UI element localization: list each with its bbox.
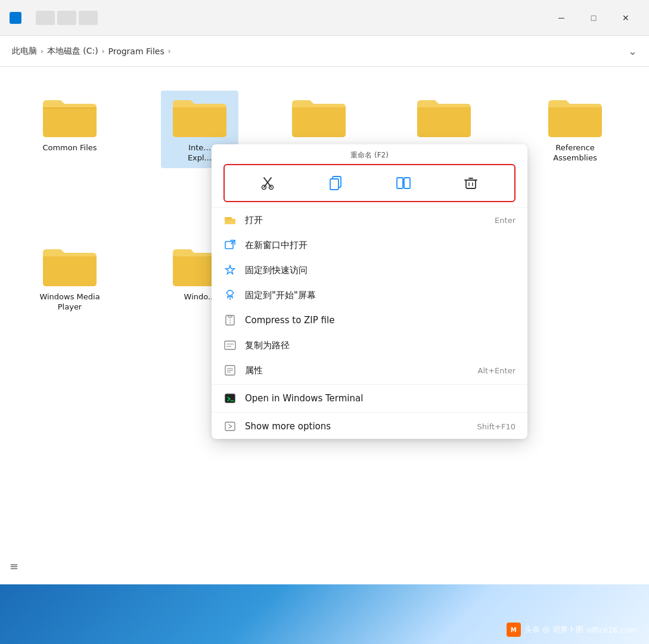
pin-star-icon	[223, 264, 237, 277]
folder-icon-reference-assemblies	[548, 95, 602, 138]
separator-1	[212, 384, 527, 385]
svg-rect-23	[225, 341, 235, 349]
quick-actions-bar	[223, 164, 516, 202]
address-bar: 此电脑 › 本地磁盘 (C:) › Program Files › ⌄	[0, 36, 649, 67]
open-label: 打开	[245, 215, 486, 226]
watermark-text-2: office26.com	[587, 626, 637, 634]
breadcrumb-sep-1: ›	[41, 47, 44, 55]
folder-4[interactable]	[405, 91, 483, 143]
folder-reference-assemblies[interactable]: ReferenceAssemblies	[536, 91, 614, 168]
file-area: Common Files Inte...Expl... ReferenceAss…	[0, 67, 649, 584]
open-folder-icon	[223, 213, 237, 227]
more-options-icon	[223, 420, 237, 433]
context-menu-item-open-terminal[interactable]: Open in Windows Terminal	[212, 386, 527, 411]
context-menu: 重命名 (F2)	[212, 144, 527, 439]
folder-icon-windows-media-player	[43, 244, 97, 287]
breadcrumb-this-pc[interactable]: 此电脑	[12, 46, 37, 57]
scroll-indicator: ≡	[10, 560, 18, 572]
context-menu-item-compress-zip[interactable]: Compress to ZIP file	[212, 308, 527, 333]
breadcrumb-local-disk[interactable]: 本地磁盘 (C:)	[47, 46, 98, 57]
svg-rect-17	[225, 242, 233, 249]
nav-back[interactable]	[36, 11, 55, 25]
context-menu-item-open[interactable]: 打开 Enter	[212, 208, 527, 233]
title-bar: ─ □ ✕	[0, 0, 649, 36]
copy-path-label: 复制为路径	[245, 340, 516, 351]
folder-label-common-files: Common Files	[42, 143, 97, 153]
folder-icon-internet-explorer	[173, 95, 226, 138]
rename-hint: 重命名 (F2)	[221, 150, 518, 160]
watermark-text-1: 头条 @ 胡萝卜圈	[524, 624, 583, 635]
maximize-button[interactable]: □	[580, 8, 607, 27]
quick-copy-button[interactable]	[322, 170, 349, 196]
folder-icon-3	[292, 95, 346, 138]
breadcrumb[interactable]: 此电脑 › 本地磁盘 (C:) › Program Files ›	[12, 46, 623, 57]
quick-cut-button[interactable]	[255, 170, 281, 196]
taskbar-watermark: M 头条 @ 胡萝卜圈 office26.com	[507, 623, 637, 637]
svg-rect-5	[330, 179, 339, 190]
window-controls: ─ □ ✕	[548, 8, 639, 27]
nav-forward[interactable]	[57, 11, 76, 25]
pin-start-label: 固定到"开始"屏幕	[245, 290, 516, 301]
breadcrumb-program-files[interactable]: Program Files	[108, 47, 164, 56]
terminal-icon	[223, 392, 237, 405]
context-menu-item-copy-path[interactable]: 复制为路径	[212, 333, 527, 358]
address-bar-chevron[interactable]: ⌄	[628, 45, 637, 57]
window-icon	[10, 12, 21, 24]
nav-up[interactable]	[79, 11, 98, 25]
copy-icon	[328, 175, 343, 191]
close-button[interactable]: ✕	[612, 8, 639, 27]
folder-icon-common-files	[43, 95, 97, 138]
quick-delete-button[interactable]	[458, 170, 484, 196]
new-window-icon	[223, 239, 237, 252]
scissors-icon	[260, 175, 276, 191]
show-more-label: Show more options	[245, 421, 469, 432]
quick-rename-button[interactable]	[390, 170, 417, 196]
taskbar: M 头条 @ 胡萝卜圈 office26.com	[0, 584, 649, 644]
context-menu-item-properties[interactable]: 属性 Alt+Enter	[212, 358, 527, 383]
folder-icon-4	[417, 95, 471, 138]
rename-icon	[396, 175, 411, 191]
context-menu-item-pin-quick-access[interactable]: 固定到快速访问	[212, 258, 527, 283]
breadcrumb-sep-2: ›	[102, 47, 105, 55]
properties-label: 属性	[245, 365, 470, 376]
context-menu-toolbar: 重命名 (F2)	[212, 144, 527, 208]
context-menu-item-pin-start[interactable]: 固定到"开始"屏幕	[212, 283, 527, 308]
zip-icon	[223, 314, 237, 327]
open-shortcut: Enter	[495, 216, 516, 225]
context-menu-item-open-new-window[interactable]: 在新窗口中打开	[212, 233, 527, 258]
context-menu-item-show-more[interactable]: Show more options Shift+F10	[212, 414, 527, 439]
svg-rect-6	[397, 178, 403, 188]
folder-3[interactable]	[280, 91, 358, 143]
pin-icon	[223, 289, 237, 302]
show-more-shortcut: Shift+F10	[477, 422, 516, 431]
svg-rect-9	[466, 180, 476, 188]
svg-rect-16	[225, 219, 235, 221]
pin-quick-access-label: 固定到快速访问	[245, 265, 516, 276]
folder-label-windows-x: Windo...	[184, 292, 216, 302]
properties-shortcut: Alt+Enter	[478, 366, 516, 375]
folder-label-reference-assemblies: ReferenceAssemblies	[553, 143, 597, 163]
trash-icon	[463, 175, 479, 191]
folder-windows-media-player[interactable]: Windows MediaPlayer	[31, 240, 108, 317]
svg-rect-21	[228, 315, 232, 317]
breadcrumb-sep-3: ›	[168, 47, 171, 55]
svg-rect-32	[225, 422, 235, 431]
properties-icon	[223, 364, 237, 377]
folder-common-files[interactable]: Common Files	[31, 91, 108, 158]
compress-zip-label: Compress to ZIP file	[245, 315, 516, 326]
folder-label-internet-explorer: Inte...Expl...	[188, 143, 212, 163]
copy-path-icon	[223, 339, 237, 352]
minimize-button[interactable]: ─	[548, 8, 575, 27]
watermark-logo: M	[507, 623, 521, 637]
open-terminal-label: Open in Windows Terminal	[245, 393, 516, 404]
separator-2	[212, 412, 527, 413]
svg-rect-7	[404, 178, 410, 188]
open-new-window-label: 在新窗口中打开	[245, 240, 516, 251]
folder-label-windows-media-player: Windows MediaPlayer	[39, 292, 100, 312]
